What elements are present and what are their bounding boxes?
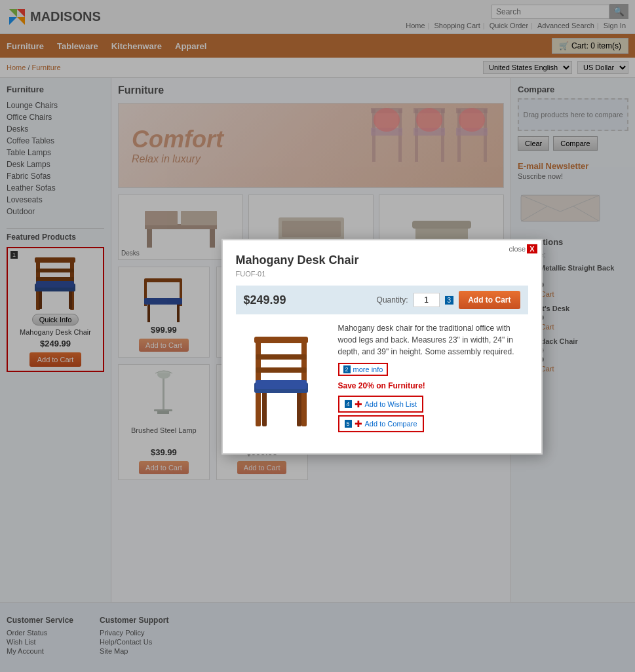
more-info-badge: 2 (343, 365, 351, 373)
compare-plus-icon: ✚ (355, 419, 362, 429)
modal-actions: 4 ✚ Add to Wish List 5 ✚ Add to Compare (338, 396, 528, 432)
add-to-compare-button[interactable]: 5 ✚ Add to Compare (338, 415, 424, 432)
compare-badge: 5 (345, 420, 352, 428)
modal-qty-row: Quantity: 3 Add to Cart (377, 291, 520, 309)
modal-save-text: Save 20% on Furniture! (338, 381, 528, 390)
modal-add-to-cart-button[interactable]: Add to Cart (459, 291, 520, 309)
add-to-wishlist-button[interactable]: 4 ✚ Add to Wish List (338, 396, 424, 413)
more-info-label: more info (353, 365, 383, 373)
svg-rect-2 (262, 390, 267, 426)
modal-description-area: Mahogany desk chair for the traditional … (338, 322, 528, 432)
svg-rect-6 (254, 337, 308, 343)
close-label: close (509, 245, 526, 253)
modal-title: Mahogany Desk Chair (236, 253, 528, 267)
more-info-button[interactable]: 2 more info (338, 363, 389, 376)
product-modal: close X Mahogany Desk Chair FUOF-01 $249… (221, 239, 543, 455)
modal-sku: FUOF-01 (236, 270, 528, 278)
svg-rect-8 (256, 367, 307, 373)
svg-rect-7 (256, 354, 307, 360)
modal-qty-badge: 3 (445, 295, 454, 304)
modal-product-image (236, 322, 328, 432)
modal-price: $249.99 (244, 293, 286, 307)
svg-rect-4 (256, 338, 261, 387)
wishlist-badge: 4 (345, 400, 352, 408)
compare-label: Add to Compare (365, 420, 417, 428)
svg-rect-5 (301, 338, 307, 387)
close-x-icon[interactable]: X (527, 244, 537, 253)
wishlist-plus-icon: ✚ (355, 399, 362, 409)
modal-qty-label: Quantity: (377, 295, 408, 305)
chair-svg (242, 325, 321, 430)
modal-price-row: $249.99 Quantity: 3 Add to Cart (236, 286, 528, 314)
modal-body: Mahogany desk chair for the traditional … (236, 322, 528, 432)
svg-rect-3 (297, 390, 301, 426)
modal-qty-input[interactable] (414, 293, 440, 307)
modal-close-button[interactable]: close X (509, 244, 537, 253)
wishlist-label: Add to Wish List (365, 400, 417, 408)
modal-desc-text: Mahogany desk chair for the traditional … (338, 322, 528, 358)
svg-rect-10 (256, 380, 307, 389)
